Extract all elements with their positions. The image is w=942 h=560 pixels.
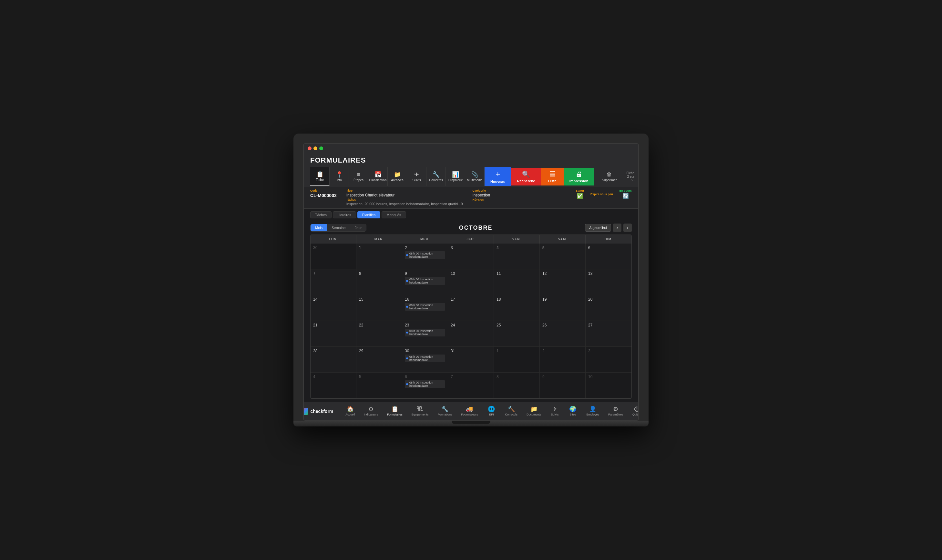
cal-cell-w0-d6[interactable]: 6 — [586, 243, 631, 269]
cal-cell-w4-d6[interactable]: 3 — [586, 347, 631, 372]
cal-cell-w5-d6[interactable]: 10 — [586, 372, 631, 398]
sub-tabs: Tâches Horaires Planifiés Manqués — [304, 209, 638, 221]
nav-formulaires[interactable]: 📋 Formulaires — [382, 405, 407, 417]
planification-icon: 📅 — [375, 172, 382, 177]
today-button[interactable]: Aujourd'hui — [585, 224, 611, 232]
nav-epi[interactable]: 🌐 EPI — [482, 405, 500, 417]
maximize-button[interactable] — [319, 146, 323, 150]
cal-cell-w1-d4[interactable]: 11 — [494, 269, 540, 295]
cal-cell-w2-d6[interactable]: 20 — [586, 295, 631, 321]
cal-cell-w0-d4[interactable]: 4 — [494, 243, 540, 269]
cal-cell-w4-d2[interactable]: 3008 h 00 Inspection hebdomadaire — [402, 347, 448, 372]
view-jour[interactable]: Jour — [350, 224, 366, 231]
cal-cell-w5-d5[interactable]: 9 — [540, 372, 586, 398]
cal-cell-w4-d1[interactable]: 29 — [356, 347, 402, 372]
nouveau-button[interactable]: + Nouveau — [484, 167, 511, 186]
nav-fournisseurs[interactable]: 🚚 Fournisseurs — [456, 405, 482, 417]
cal-event[interactable]: 08 h 00 Inspection hebdomadaire — [405, 329, 445, 337]
statut-field: Statut ✅ — [576, 189, 584, 199]
toolbar-item-graphique[interactable]: 📊 Graphique — [446, 167, 465, 186]
cal-cell-w2-d2[interactable]: 1608 h 00 Inspection hebdomadaire — [402, 295, 448, 321]
cal-cell-w1-d3[interactable]: 10 — [448, 269, 494, 295]
cal-cell-w3-d4[interactable]: 25 — [494, 321, 540, 347]
nav-employes[interactable]: 👤 Employés — [582, 405, 604, 417]
cal-event[interactable]: 08 h 00 Inspection hebdomadaire — [405, 303, 445, 311]
cal-cell-w3-d3[interactable]: 24 — [448, 321, 494, 347]
cal-event[interactable]: 08 h 00 Inspection hebdomadaire — [405, 277, 445, 285]
list-icon: ☰ — [549, 170, 555, 178]
cal-cell-w5-d4[interactable]: 8 — [494, 372, 540, 398]
cal-cell-w5-d0[interactable]: 4 — [311, 372, 356, 398]
cal-cell-w3-d0[interactable]: 21 — [311, 321, 356, 347]
delete-button[interactable]: 🗑 Supprimer — [597, 170, 621, 184]
tab-manques[interactable]: Manqués — [382, 211, 406, 218]
nav-indicateurs[interactable]: ⚙ Indicateurs — [359, 405, 382, 417]
cal-cell-w4-d0[interactable]: 28 — [311, 347, 356, 372]
cal-event[interactable]: 08 h 00 Inspection hebdomadaire — [405, 380, 445, 388]
cal-cell-w1-d0[interactable]: 7 — [311, 269, 356, 295]
etapes-icon: ≡ — [357, 172, 360, 177]
cal-event[interactable]: 08 h 00 Inspection hebdomadaire — [405, 354, 445, 362]
cal-cell-w2-d4[interactable]: 18 — [494, 295, 540, 321]
cal-cell-w4-d5[interactable]: 2 — [540, 347, 586, 372]
cal-cell-w3-d5[interactable]: 26 — [540, 321, 586, 347]
nav-correctifs[interactable]: 🔨 Correctifs — [500, 405, 522, 417]
statut-check-icon: ✅ — [577, 193, 583, 199]
cal-cell-w0-d2[interactable]: 208 h 00 Inspection hebdomadaire — [402, 243, 448, 269]
cal-cell-w0-d3[interactable]: 3 — [448, 243, 494, 269]
toolbar-item-fiche[interactable]: 📋 Fiche — [310, 167, 330, 186]
nav-formations[interactable]: 🔧 Formations — [433, 405, 456, 417]
code-field: Code CL-M000002 — [310, 189, 337, 198]
view-mois[interactable]: Mois — [311, 224, 327, 231]
cal-cell-w3-d1[interactable]: 22 — [356, 321, 402, 347]
cal-cell-w3-d6[interactable]: 27 — [586, 321, 631, 347]
cal-cell-w2-d1[interactable]: 15 — [356, 295, 402, 321]
cal-cell-w4-d3[interactable]: 31 — [448, 347, 494, 372]
view-semaine[interactable]: Semaine — [327, 224, 350, 231]
cal-cell-w2-d0[interactable]: 14 — [311, 295, 356, 321]
recherche-button[interactable]: 🔍 Recherche — [511, 168, 541, 186]
close-button[interactable] — [308, 146, 311, 150]
minimize-button[interactable] — [313, 146, 318, 150]
cal-cell-w4-d4[interactable]: 1 — [494, 347, 540, 372]
toolbar-item-planification[interactable]: 📅 Planification — [368, 167, 388, 186]
cal-cell-w0-d0[interactable]: 30 — [311, 243, 356, 269]
cal-cell-w5-d1[interactable]: 5 — [356, 372, 402, 398]
cal-next-button[interactable]: › — [623, 223, 632, 232]
power-icon: ⏻ — [634, 406, 639, 412]
impression-button[interactable]: 🖨 Impression — [564, 168, 594, 186]
toolbar-item-archives[interactable]: 📁 Archives — [388, 167, 407, 186]
cal-cell-w3-d2[interactable]: 2308 h 00 Inspection hebdomadaire — [402, 321, 448, 347]
nav-suivis[interactable]: ✈ Suivis — [546, 405, 564, 417]
cal-cell-w1-d5[interactable]: 12 — [540, 269, 586, 295]
nav-sites[interactable]: 🌍 Sites — [564, 405, 582, 417]
cal-cell-w0-d1[interactable]: 1 — [356, 243, 402, 269]
nav-parametres[interactable]: ⚙ Paramètres — [604, 405, 628, 417]
tab-horaires[interactable]: Horaires — [333, 211, 356, 218]
liste-button[interactable]: ☰ Liste — [541, 168, 564, 186]
archives-icon: 📁 — [394, 172, 401, 177]
toolbar-item-suivis[interactable]: ✈ Suivis — [407, 167, 427, 186]
nav-documents[interactable]: 📁 Documents — [522, 405, 546, 417]
tab-planifies[interactable]: Planifiés — [358, 211, 381, 218]
cal-cell-w0-d5[interactable]: 5 — [540, 243, 586, 269]
nav-accueil[interactable]: 🏠 Accueil — [341, 405, 359, 417]
cal-cell-w1-d1[interactable]: 8 — [356, 269, 402, 295]
cal-cell-w2-d5[interactable]: 19 — [540, 295, 586, 321]
toolbar-item-info[interactable]: 📍 Info — [330, 167, 349, 186]
toolbar-item-correctifs[interactable]: 🔧 Correctifs — [427, 167, 446, 186]
cal-cell-w5-d3[interactable]: 7 — [448, 372, 494, 398]
cal-cell-w2-d3[interactable]: 17 — [448, 295, 494, 321]
event-dot-icon — [406, 357, 408, 359]
cal-event[interactable]: 08 h 00 Inspection hebdomadaire — [405, 251, 445, 259]
nav-quitter[interactable]: ⏻ Quitter — [628, 405, 639, 417]
cal-prev-button[interactable]: ‹ — [613, 223, 621, 232]
toolbar-item-etapes[interactable]: ≡ Étapes — [349, 167, 368, 186]
toolbar-item-multimedia[interactable]: 📎 Multimédia — [465, 167, 484, 186]
tab-taches[interactable]: Tâches — [310, 211, 331, 218]
nav-equipements[interactable]: 🏗 Équipements — [407, 405, 433, 417]
cal-cell-w1-d6[interactable]: 13 — [586, 269, 631, 295]
event-dot-icon — [406, 254, 408, 256]
cal-cell-w1-d2[interactable]: 908 h 00 Inspection hebdomadaire — [402, 269, 448, 295]
cal-cell-w5-d2[interactable]: 608 h 00 Inspection hebdomadaire — [402, 372, 448, 398]
